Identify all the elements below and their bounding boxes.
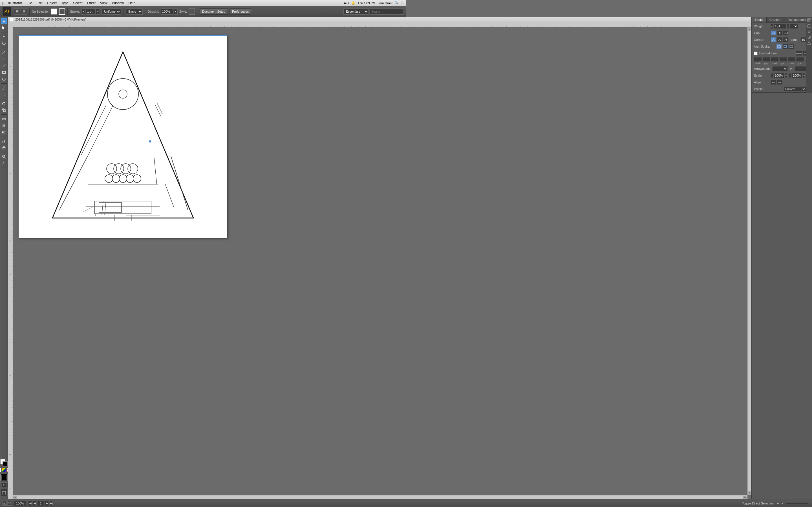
- workspace-select[interactable]: Essentials: [343, 8, 369, 15]
- menu-object[interactable]: Object: [45, 1, 59, 5]
- menu-icon[interactable]: ☰: [401, 1, 404, 5]
- tool-sep-1: [1, 32, 7, 33]
- svg-point-23: [3, 147, 4, 148]
- opacity-label: Opacity:: [147, 10, 159, 13]
- line-tool[interactable]: [1, 62, 7, 69]
- search-input[interactable]: [370, 8, 404, 15]
- svg-rect-19: [3, 141, 3, 143]
- opacity-input[interactable]: [161, 8, 173, 15]
- menu-edit[interactable]: Edit: [35, 1, 44, 5]
- tool-sep-6: [1, 136, 7, 137]
- column-graph-tool[interactable]: [1, 138, 7, 144]
- stroke-swatch[interactable]: [59, 8, 65, 15]
- apple-menu[interactable]: : [2, 1, 4, 5]
- canvas-working-area[interactable]: [13, 27, 406, 253]
- hand-tool[interactable]: [1, 160, 7, 166]
- document-setup-btn[interactable]: Document Setup: [200, 8, 228, 15]
- symbol-tool[interactable]: [1, 145, 7, 151]
- menu-file[interactable]: File: [25, 1, 34, 5]
- divider-2: [67, 8, 68, 15]
- tool-sep-5: [1, 114, 7, 115]
- ai-logo: Ai: [2, 7, 11, 16]
- svg-point-59: [112, 175, 120, 182]
- user-name: Lara Grant: [377, 1, 393, 5]
- pencil-tool[interactable]: [1, 92, 7, 98]
- ruler-left: 1 8 2 0 2 4 2 6 6 6: [8, 27, 13, 253]
- svg-line-73: [59, 156, 88, 210]
- pen-tool[interactable]: [1, 49, 7, 55]
- selection-tool[interactable]: ▶: [1, 18, 7, 24]
- menu-illustrator[interactable]: Illustrator: [6, 1, 24, 5]
- style-select[interactable]: Basic: [126, 8, 143, 15]
- stroke-weight-input[interactable]: [86, 8, 96, 15]
- svg-point-5: [3, 89, 3, 90]
- stroke-weight-up[interactable]: ▲: [82, 8, 86, 15]
- svg-line-52: [88, 105, 113, 156]
- style-swatch[interactable]: [189, 8, 195, 15]
- stroke-indicator: [59, 8, 65, 15]
- svg-rect-18: [2, 131, 6, 133]
- divider-4: [145, 8, 145, 15]
- svg-point-22: [3, 147, 5, 149]
- ruler-top: [13, 22, 406, 27]
- svg-point-4: [3, 78, 5, 80]
- document-filename: 20141106125252808.pdf @ 100% (CMYK/Previ…: [15, 18, 86, 21]
- doc-icon: 📄: [10, 17, 13, 21]
- menu-help[interactable]: Help: [127, 1, 137, 5]
- style-label: Style:: [179, 10, 187, 13]
- svg-line-68: [165, 184, 174, 207]
- menu-bar:  Illustrator File Edit Object Type Sele…: [0, 0, 406, 6]
- ellipse-tool[interactable]: [1, 76, 7, 82]
- svg-point-24: [4, 147, 5, 148]
- stroke-profile-select[interactable]: Uniform: [101, 8, 121, 15]
- menu-type[interactable]: Type: [59, 1, 70, 5]
- preferences-btn[interactable]: Preferences: [230, 8, 251, 15]
- divider-1: [29, 8, 30, 15]
- svg-line-27: [4, 157, 6, 158]
- menu-effect[interactable]: Effect: [86, 1, 97, 5]
- tool-sep-4: [1, 99, 7, 99]
- zoom-tool[interactable]: [1, 154, 7, 160]
- rotate-tool[interactable]: [1, 100, 7, 107]
- svg-line-70: [155, 105, 161, 117]
- svg-rect-20: [4, 140, 4, 143]
- document-page: [18, 35, 227, 238]
- direct-selection-tool[interactable]: [1, 25, 7, 31]
- svg-point-58: [105, 175, 113, 182]
- opacity-arrow[interactable]: ▼: [174, 8, 177, 15]
- svg-rect-46: [8, 27, 13, 253]
- stroke-weight-control: ▲ ▼: [82, 8, 100, 15]
- search-icon[interactable]: 🔍: [395, 1, 399, 5]
- arrange-btn[interactable]: ⊟: [21, 8, 27, 15]
- svg-rect-3: [3, 71, 5, 73]
- stroke-weight-down[interactable]: ▼: [96, 8, 100, 15]
- fill-swatch[interactable]: [51, 8, 57, 15]
- svg-line-67: [154, 156, 157, 184]
- blend-tool[interactable]: [1, 116, 7, 122]
- svg-rect-39: [13, 22, 406, 27]
- mesh-tool[interactable]: [1, 122, 7, 129]
- menubar-right: Ai 1 🔔 Thu 1:09 PM Lara Grant 🔍 ☰: [344, 1, 404, 5]
- scale-tool[interactable]: [1, 107, 7, 113]
- menu-window[interactable]: Window: [110, 1, 126, 5]
- svg-point-25: [4, 148, 4, 149]
- magic-wand-tool[interactable]: ✦: [1, 34, 7, 40]
- ai-badge: Ai 1: [344, 1, 349, 5]
- rect-tool[interactable]: [1, 69, 7, 75]
- divider-5: [197, 8, 197, 15]
- paintbrush-tool[interactable]: [1, 85, 7, 91]
- menu-view[interactable]: View: [98, 1, 109, 5]
- view-mode-btn[interactable]: ⊞: [14, 8, 20, 15]
- mode-toggle: ⊞ ⊟: [14, 8, 27, 15]
- type-tool[interactable]: T: [1, 56, 7, 62]
- svg-line-2: [3, 64, 5, 67]
- lasso-tool[interactable]: [1, 40, 7, 47]
- gradient-tool[interactable]: [1, 129, 7, 135]
- svg-point-62: [133, 175, 141, 182]
- menu-select[interactable]: Select: [71, 1, 84, 5]
- svg-point-79: [149, 140, 151, 143]
- notification-icon[interactable]: 🔔: [351, 1, 355, 5]
- svg-point-9: [2, 118, 3, 120]
- no-selection-label: No Selection: [32, 10, 49, 13]
- app-toolbar: Ai ⊞ ⊟ No Selection Stroke: ▲ ▼ Uniform …: [0, 6, 406, 17]
